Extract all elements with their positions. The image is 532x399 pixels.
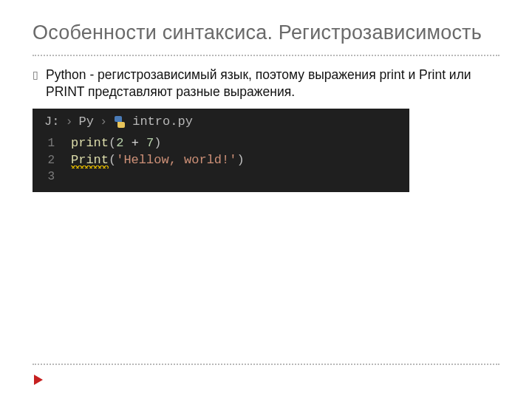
breadcrumb: J: › Py › intro.py bbox=[33, 109, 409, 133]
breadcrumb-drive: J: bbox=[44, 115, 59, 129]
body-text: Python - регистрозависимый язык, поэтому… bbox=[46, 66, 499, 101]
line-number: 3 bbox=[33, 170, 71, 183]
code-editor: J: › Py › intro.py 1 print(2 + 7) 2 Prin… bbox=[33, 109, 409, 192]
breadcrumb-sep-1: › bbox=[65, 115, 72, 129]
svg-marker-0 bbox=[34, 375, 43, 385]
code-content: Print('Hellow, world!') bbox=[71, 153, 245, 167]
bullet-item: ▯ Python - регистрозависимый язык, поэто… bbox=[33, 66, 499, 101]
code-line: 1 print(2 + 7) bbox=[33, 134, 409, 151]
code-line: 2 Print('Hellow, world!') bbox=[33, 151, 409, 168]
code-content: print(2 + 7) bbox=[71, 136, 161, 150]
breadcrumb-sep-2: › bbox=[100, 115, 107, 129]
slide-title: Особенности синтаксиса. Регистрозависимо… bbox=[33, 21, 499, 46]
line-number: 1 bbox=[33, 137, 71, 150]
breadcrumb-file: intro.py bbox=[132, 115, 193, 129]
title-divider bbox=[33, 55, 499, 56]
code-block: 1 print(2 + 7) 2 Print('Hellow, world!')… bbox=[33, 133, 409, 192]
code-line: 3 bbox=[33, 168, 409, 185]
bottom-divider bbox=[33, 364, 499, 365]
breadcrumb-folder: Py bbox=[79, 115, 94, 129]
next-slide-icon bbox=[33, 374, 44, 386]
python-file-icon bbox=[113, 116, 126, 128]
line-number: 2 bbox=[33, 154, 71, 167]
bullet-marker: ▯ bbox=[33, 66, 38, 83]
